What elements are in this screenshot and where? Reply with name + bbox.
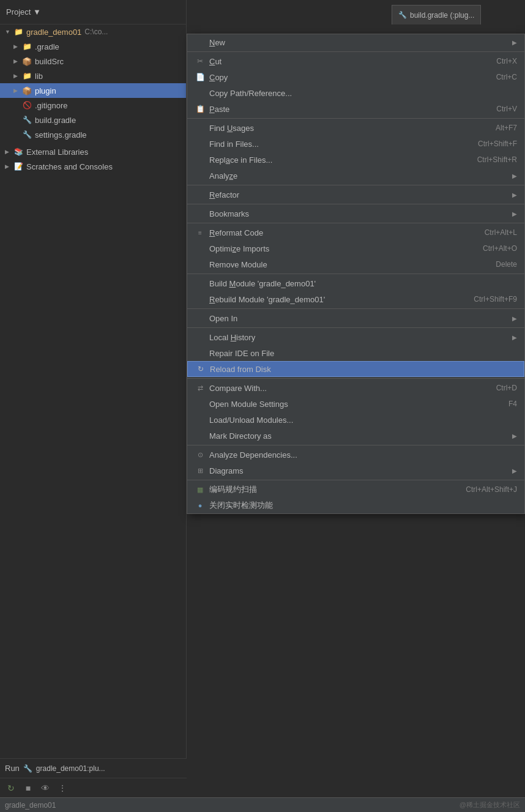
find-files-icon [195, 138, 206, 149]
scratches-icon: 📝 [13, 162, 23, 171]
find-files-shortcut: Ctrl+Shift+F [478, 140, 517, 148]
build-gradle-label: build.gradle [35, 116, 76, 125]
new-icon [195, 37, 206, 48]
refactor-icon [195, 189, 206, 200]
copy-shortcut: Ctrl+C [496, 73, 517, 81]
open-in-icon [195, 313, 206, 324]
rebuild-shortcut: Ctrl+Shift+F9 [474, 295, 517, 304]
menu-item-refactor[interactable]: Refactor ▶ [187, 187, 524, 203]
menu-item-rebuild-module[interactable]: Rebuild Module 'gradle_demo01' Ctrl+Shif… [187, 291, 524, 307]
code-scan-shortcut: Ctrl+Alt+Shift+J [466, 485, 517, 494]
menu-item-reload-disk[interactable]: ↻ Reload from Disk [187, 361, 524, 377]
menu-item-code-scan[interactable]: ▦ 编码规约扫描 Ctrl+Alt+Shift+J [187, 482, 524, 497]
gradle-folder-icon: 📁 [22, 42, 32, 51]
run-tab-label[interactable]: gradle_demo01:plu... [36, 764, 105, 773]
plugin-expand[interactable]: ▶ [13, 88, 22, 94]
cut-shortcut: Ctrl+X [496, 57, 517, 65]
buildsrc-label: buildSrc [35, 57, 64, 66]
menu-item-reformat[interactable]: ≡ Reformat Code Ctrl+Alt+L [187, 225, 524, 240]
optimize-shortcut: Ctrl+Alt+O [483, 244, 517, 253]
local-history-label: Local History [209, 333, 507, 342]
menu-item-new[interactable]: New ▶ [187, 34, 524, 50]
scratches-expand[interactable]: ▶ [5, 163, 13, 169]
lib-expand[interactable]: ▶ [13, 73, 22, 79]
run-gradle-icon: 🔧 [23, 764, 32, 773]
menu-item-repair-ide[interactable]: Repair IDE on File [187, 345, 524, 361]
gradle-expand[interactable]: ▶ [13, 43, 22, 50]
menu-item-close-realtime[interactable]: ● 关闭实时检测功能 [187, 497, 524, 513]
menu-item-paste[interactable]: 📋 Paste Ctrl+V [187, 101, 524, 117]
tree-item-lib[interactable]: ▶ 📁 lib [0, 69, 186, 83]
run-more-btn[interactable]: ⋮ [56, 782, 69, 794]
build-gradle-expand: ▶ [13, 117, 22, 123]
replace-files-icon [195, 154, 206, 165]
compare-with-shortcut: Ctrl+D [496, 384, 517, 392]
repair-ide-label: Repair IDE on File [209, 349, 517, 358]
tree-root-item[interactable]: ▼ 📁 gradle_demo01 C:\co... [0, 24, 186, 39]
open-in-arrow: ▶ [512, 315, 517, 322]
root-expand-arrow[interactable]: ▼ [5, 29, 13, 35]
menu-item-open-in[interactable]: Open In ▶ [187, 310, 524, 326]
menu-item-compare-with[interactable]: ⇄ Compare With... Ctrl+D [187, 380, 524, 396]
build-gradle-icon: 🔧 [22, 115, 32, 125]
menu-item-bookmarks[interactable]: Bookmarks ▶ [187, 206, 524, 222]
tree-item-external-libraries[interactable]: ▶ 📚 External Libraries [0, 144, 186, 159]
menu-item-find-files[interactable]: Find in Files... Ctrl+Shift+F [187, 136, 524, 152]
compare-with-label: Compare With... [209, 384, 484, 393]
run-refresh-btn[interactable]: ↻ [5, 782, 17, 794]
tree-item-gitignore[interactable]: ▶ 🚫 .gitignore [0, 98, 186, 113]
copy-icon: 📄 [195, 72, 206, 83]
menu-item-analyze[interactable]: Analyze ▶ [187, 168, 524, 184]
menu-item-find-usages[interactable]: Find Usages Alt+F7 [187, 120, 524, 136]
paste-label: Paste [209, 105, 484, 114]
menu-item-diagrams[interactable]: ⊞ Diagrams ▶ [187, 463, 524, 479]
menu-item-copy-path[interactable]: Copy Path/Reference... [187, 85, 524, 101]
menu-item-build-module[interactable]: Build Module 'gradle_demo01' [187, 275, 524, 291]
tree-item-plugin[interactable]: ▶ 📦 plugin [0, 83, 186, 98]
panel-title-arrow[interactable]: ▼ [33, 7, 41, 17]
tab-build-gradle[interactable]: 🔧 build.gradle (:plug... [392, 5, 481, 24]
module-settings-label: Open Module Settings [209, 400, 496, 409]
context-menu: New ▶ ✂ Cut Ctrl+X 📄 Copy Ctrl+C Copy Pa… [187, 34, 525, 514]
tree-item-buildsrc[interactable]: ▶ 📦 buildSrc [0, 54, 186, 69]
menu-item-copy[interactable]: 📄 Copy Ctrl+C [187, 69, 524, 85]
run-label: Run [5, 764, 20, 773]
tree-item-build-gradle[interactable]: ▶ 🔧 build.gradle [0, 113, 186, 127]
find-usages-shortcut: Alt+F7 [496, 124, 517, 132]
code-scan-label: 编码规约扫描 [209, 484, 453, 495]
menu-item-mark-directory[interactable]: Mark Directory as ▶ [187, 428, 524, 444]
tree-item-scratches[interactable]: ▶ 📝 Scratches and Consoles [0, 159, 186, 174]
plugin-icon: 📦 [22, 86, 32, 95]
menu-item-cut[interactable]: ✂ Cut Ctrl+X [187, 53, 524, 69]
plugin-label: plugin [35, 86, 56, 95]
menu-item-load-unload[interactable]: Load/Unload Modules... [187, 412, 524, 428]
menu-item-replace-files[interactable]: Replace in Files... Ctrl+Shift+R [187, 152, 524, 168]
paste-icon: 📋 [195, 103, 206, 114]
ext-lib-expand[interactable]: ▶ [5, 149, 13, 155]
menu-item-module-settings[interactable]: Open Module Settings F4 [187, 396, 524, 412]
menu-item-remove-module[interactable]: Remove Module Delete [187, 256, 524, 272]
buildsrc-expand[interactable]: ▶ [13, 58, 22, 64]
sep-2 [187, 118, 524, 119]
mark-directory-label: Mark Directory as [209, 431, 507, 441]
refactor-arrow: ▶ [512, 192, 517, 198]
tab-gradle-icon: 🔧 [398, 11, 407, 19]
reload-disk-icon: ↻ [195, 363, 206, 374]
analyze-arrow: ▶ [512, 173, 517, 179]
bottom-bar: gradle_demo01 @稀土掘金技术社区 [0, 797, 525, 812]
copy-label: Copy [209, 73, 484, 82]
find-usages-label: Find Usages [209, 124, 483, 133]
reformat-shortcut: Ctrl+Alt+L [485, 228, 517, 237]
run-eye-btn[interactable]: 👁 [39, 782, 51, 794]
tree-item-gradle-folder[interactable]: ▶ 📁 .gradle [0, 39, 186, 54]
reformat-icon: ≡ [195, 227, 206, 238]
new-arrow: ▶ [512, 39, 517, 46]
menu-item-analyze-deps[interactable]: ⊙ Analyze Dependencies... [187, 447, 524, 463]
diagrams-label: Diagrams [209, 466, 507, 475]
remove-module-shortcut: Delete [496, 260, 517, 269]
tree-item-settings-gradle[interactable]: ▶ 🔧 settings.gradle [0, 127, 186, 142]
menu-item-optimize[interactable]: Optimize Imports Ctrl+Alt+O [187, 240, 524, 256]
menu-item-local-history[interactable]: Local History ▶ [187, 329, 524, 345]
find-files-label: Find in Files... [209, 140, 466, 149]
run-stop-btn[interactable]: ■ [22, 782, 34, 794]
